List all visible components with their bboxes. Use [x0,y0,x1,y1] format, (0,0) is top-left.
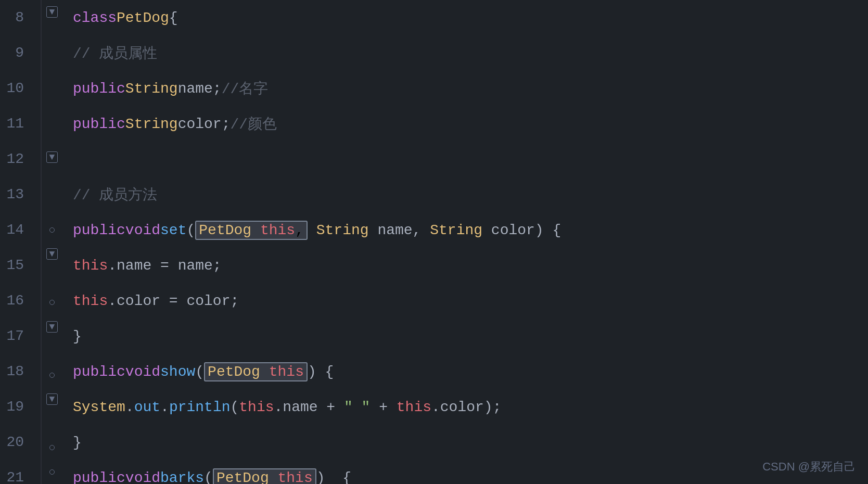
code-line: } [73,319,868,354]
line-number: 12 [0,142,32,177]
gutter: ▼▼▼▼▼ [42,0,62,484]
code-line: this.color = color; [73,283,868,319]
gutter-cell [42,194,62,218]
gutter-cell: ▼ [42,387,62,412]
line-number: 11 [0,106,32,142]
gutter-cell [42,290,62,315]
line-numbers: 89101112131415161718192021222324252627 [0,0,42,484]
code-line: public String color;//颜色 [73,106,868,142]
line-number: 18 [0,354,32,389]
code-line: System.out.println(this.name + " " + thi… [73,389,868,425]
gutter-cell [42,436,62,460]
code-line: // 成员属性 [73,35,868,71]
line-number: 10 [0,71,32,106]
code-line: } [73,425,868,460]
code-line: public void set(PetDog this, String name… [73,212,868,248]
line-number: 19 [0,389,32,425]
gutter-cell [42,24,62,49]
line-number: 13 [0,177,32,212]
gutter-cell [42,97,62,121]
code-line: this.name = name; [73,248,868,283]
gutter-cell [42,170,62,194]
line-number: 21 [0,460,32,484]
line-number: 14 [0,212,32,248]
line-number: 8 [0,0,32,35]
code-line [73,142,868,177]
watermark: CSDN @累死自己 [762,459,856,475]
code-line: // 成员方法 [73,177,868,212]
gutter-cell: ▼ [42,0,62,24]
gutter-cell: ▼ [42,315,62,339]
line-number: 16 [0,283,32,319]
code-line: public void show(PetDog this) { [73,354,868,389]
code-line: class PetDog { [73,0,868,35]
gutter-cell: ▼ [42,242,62,266]
line-number: 17 [0,319,32,354]
line-number: 9 [0,35,32,71]
code-line: public void barks(PetDog this) { [73,460,868,484]
code-line: public String name;//名字 [73,71,868,106]
gutter-cell: ▼ [42,145,62,170]
code-content: class PetDog { // 成员属性 public String nam… [62,0,868,484]
line-number: 20 [0,425,32,460]
gutter-cell [42,460,62,485]
gutter-cell [42,48,62,73]
gutter-cell [42,266,62,291]
line-number: 15 [0,248,32,283]
gutter-cell [42,363,62,388]
gutter-cell [42,218,62,243]
gutter-cell [42,339,62,363]
gutter-cell [42,73,62,97]
gutter-cell [42,412,62,436]
gutter-cell [42,121,62,146]
code-editor: 89101112131415161718192021222324252627 ▼… [0,0,868,484]
